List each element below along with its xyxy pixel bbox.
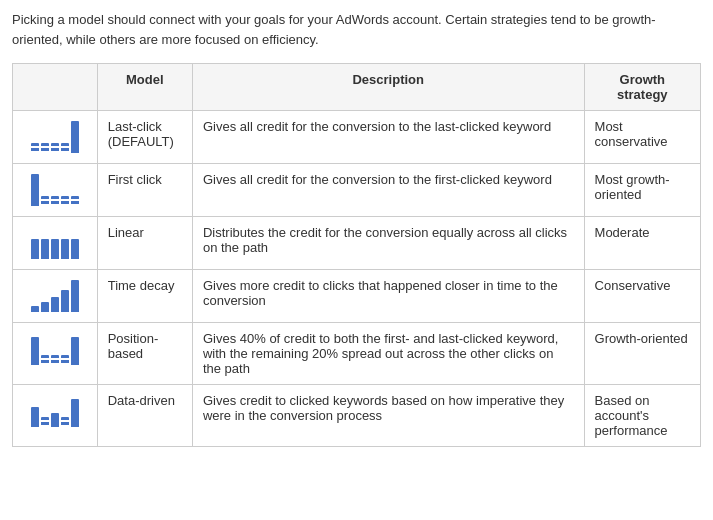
description-cell: Gives 40% of credit to both the first- a…	[192, 323, 584, 385]
icon-cell	[13, 323, 98, 385]
growth-cell: Moderate	[584, 217, 700, 270]
model-cell: First click	[97, 164, 192, 217]
growth-cell: Most conservative	[584, 111, 700, 164]
data-driven-icon	[23, 393, 87, 429]
description-cell: Gives credit to clicked keywords based o…	[192, 385, 584, 447]
attribution-table: Model Description Growth strategy Last-c…	[12, 63, 701, 447]
table-row: Last-click (DEFAULT)Gives all credit for…	[13, 111, 701, 164]
intro-text: Picking a model should connect with your…	[12, 10, 701, 49]
time-decay-icon	[23, 278, 87, 314]
model-cell: Last-click (DEFAULT)	[97, 111, 192, 164]
icon-cell	[13, 217, 98, 270]
description-cell: Gives all credit for the conversion to t…	[192, 164, 584, 217]
header-growth: Growth strategy	[584, 64, 700, 111]
header-description: Description	[192, 64, 584, 111]
linear-icon	[23, 225, 87, 261]
icon-cell	[13, 385, 98, 447]
growth-cell: Most growth-oriented	[584, 164, 700, 217]
header-model: Model	[97, 64, 192, 111]
description-cell: Gives all credit for the conversion to t…	[192, 111, 584, 164]
icon-cell	[13, 111, 98, 164]
model-cell: Data-driven	[97, 385, 192, 447]
table-row: Time decayGives more credit to clicks th…	[13, 270, 701, 323]
last-click-icon	[23, 119, 87, 155]
table-row: First clickGives all credit for the conv…	[13, 164, 701, 217]
first-click-icon	[23, 172, 87, 208]
table-row: LinearDistributes the credit for the con…	[13, 217, 701, 270]
model-cell: Position-based	[97, 323, 192, 385]
description-cell: Distributes the credit for the conversio…	[192, 217, 584, 270]
table-row: Data-drivenGives credit to clicked keywo…	[13, 385, 701, 447]
description-cell: Gives more credit to clicks that happene…	[192, 270, 584, 323]
icon-cell	[13, 270, 98, 323]
icon-cell	[13, 164, 98, 217]
position-based-icon	[23, 331, 87, 367]
header-icon	[13, 64, 98, 111]
table-row: Position-basedGives 40% of credit to bot…	[13, 323, 701, 385]
model-cell: Linear	[97, 217, 192, 270]
growth-cell: Conservative	[584, 270, 700, 323]
growth-cell: Based on account's performance	[584, 385, 700, 447]
growth-cell: Growth-oriented	[584, 323, 700, 385]
model-cell: Time decay	[97, 270, 192, 323]
